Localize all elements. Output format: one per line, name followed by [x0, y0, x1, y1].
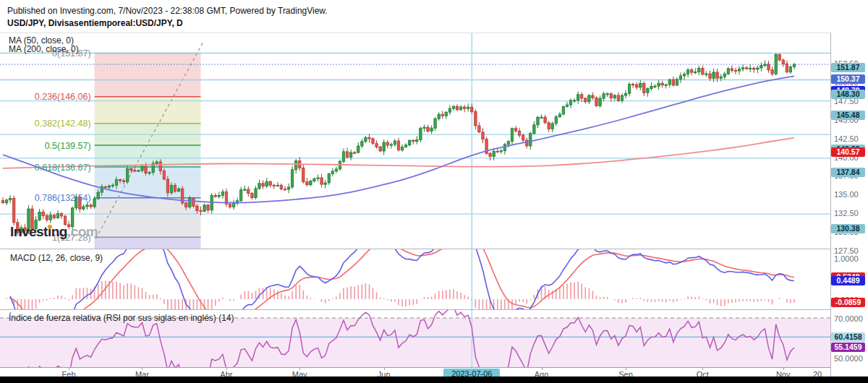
price-axis[interactable]: 152.50150.00147.50145.00142.50140.00137.…: [830, 33, 868, 376]
price-axis-badge-ma200: 140.57: [831, 147, 865, 157]
watermark-text: Investing: [10, 224, 67, 239]
macd-pane[interactable]: [0, 249, 830, 309]
rsi-axis-badge: 55.1459: [831, 343, 865, 352]
chart-title: USD/JPY, Divisasentiemporeal:USD/JPY, D: [7, 18, 183, 28]
rsi-indicator-label[interactable]: Índice de fuerza relativa (RSI por sus s…: [9, 313, 234, 323]
price-axis-badge-hline: 148.30: [831, 90, 865, 99]
rsi-band-fill: [0, 318, 830, 367]
rsi-axis-tick: 50.0000: [834, 354, 865, 363]
svg-text:0.236(146.06): 0.236(146.06): [35, 92, 91, 102]
price-axis-badge-last: 150.37: [831, 74, 865, 84]
watermark-orange-dot-icon: [48, 225, 52, 229]
macd-axis-badge: 0.4489: [831, 276, 865, 285]
watermark-suffix: .com: [67, 224, 98, 239]
svg-text:0.5(139.57): 0.5(139.57): [45, 141, 91, 151]
macd-axis-badge: -0.0859: [831, 298, 865, 307]
svg-text:0.382(142.48): 0.382(142.48): [35, 119, 91, 129]
fib-retracement-bands[interactable]: [95, 53, 201, 249]
macd-indicator-label[interactable]: MACD (12, 26, close, 9): [9, 253, 104, 263]
bottom-black-bar: [0, 376, 868, 383]
macd-histogram: [7, 281, 794, 310]
price-axis-badge-hline: 130.38: [831, 224, 865, 233]
rsi-axis-badge: 60.4158: [831, 332, 865, 342]
investing-watermark-logo: Investing.com: [10, 224, 98, 240]
price-axis-tick: 142.50: [834, 134, 865, 143]
ma200-indicator-label[interactable]: MA (200, close, 0): [9, 44, 79, 54]
published-line: Published on Investing.com, 7/Nov/2023 -…: [7, 6, 328, 16]
price-axis-badge-hline: 137.84: [831, 168, 865, 177]
svg-text:0.786(132.54): 0.786(132.54): [35, 193, 91, 203]
price-axis-badge-hline: 145.48: [831, 111, 865, 120]
rsi-axis-tick: 70.0000: [834, 314, 865, 323]
price-pane[interactable]: 0(151.87)0.236(146.06)0.382(142.48)0.5(1…: [0, 33, 830, 249]
price-axis-tick: 132.50: [834, 209, 865, 218]
svg-text:0.618(136.67): 0.618(136.67): [35, 163, 91, 173]
macd-axis-tick: 1.0000: [834, 254, 865, 263]
price-axis-badge-hline: 151.87: [831, 63, 865, 72]
price-axis-tick: 135.00: [834, 190, 865, 199]
